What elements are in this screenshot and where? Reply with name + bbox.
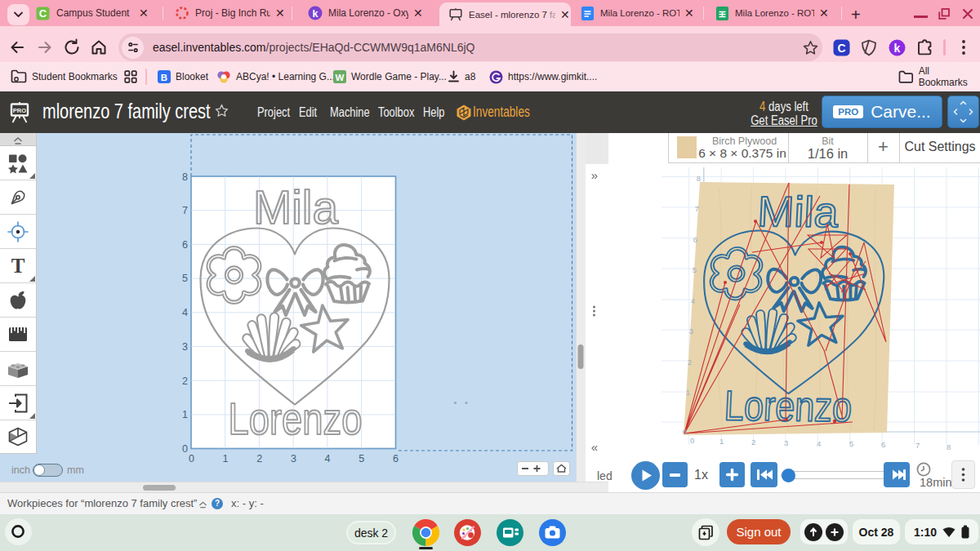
svg-text:4: 4 <box>817 439 821 448</box>
svg-text:7: 7 <box>695 204 699 213</box>
svg-text:4: 4 <box>325 453 331 464</box>
svg-text:0: 0 <box>690 436 694 445</box>
svg-text:2: 2 <box>182 375 188 387</box>
svg-text:2: 2 <box>256 453 262 464</box>
svg-text:T: T <box>11 256 25 276</box>
svg-text:6: 6 <box>182 239 188 251</box>
svg-text:8: 8 <box>697 174 701 183</box>
svg-text:3: 3 <box>291 453 296 464</box>
svg-text:5: 5 <box>849 439 853 448</box>
svg-text:8: 8 <box>182 171 188 183</box>
svg-text:5: 5 <box>693 265 697 274</box>
svg-text:2: 2 <box>688 358 692 367</box>
svg-text:0: 0 <box>189 453 194 464</box>
svg-text:0: 0 <box>182 443 188 455</box>
svg-text:4: 4 <box>691 296 695 305</box>
svg-text:6: 6 <box>881 440 885 449</box>
svg-text:1: 1 <box>686 388 690 397</box>
svg-text:6: 6 <box>693 235 697 244</box>
svg-text:5: 5 <box>182 273 188 284</box>
svg-text:1: 1 <box>719 437 724 446</box>
svg-text:6: 6 <box>393 453 399 464</box>
svg-text:1: 1 <box>182 409 188 420</box>
svg-text:5: 5 <box>359 453 364 464</box>
svg-text:»: » <box>591 168 598 182</box>
svg-text:0: 0 <box>683 427 687 436</box>
svg-text:2: 2 <box>751 438 755 447</box>
svg-text:«: « <box>591 440 598 454</box>
svg-text:7: 7 <box>915 441 920 450</box>
svg-text:1: 1 <box>223 453 229 464</box>
svg-text:3: 3 <box>689 327 693 335</box>
svg-text:8: 8 <box>947 442 951 451</box>
svg-text:7: 7 <box>182 205 188 216</box>
svg-text:4: 4 <box>182 307 188 318</box>
svg-text:3: 3 <box>182 341 188 353</box>
svg-text:3: 3 <box>784 438 788 447</box>
